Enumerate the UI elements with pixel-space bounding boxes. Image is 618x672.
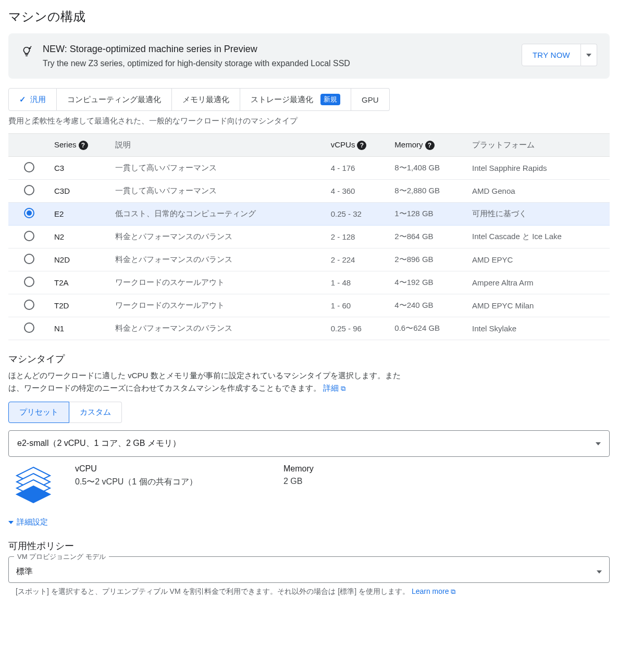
- cell-platform: 可用性に基づく: [468, 203, 610, 226]
- tab-general[interactable]: ✓ 汎用: [8, 88, 57, 111]
- radio-button[interactable]: [24, 208, 34, 218]
- machine-type-title: マシンタイプ: [8, 353, 610, 365]
- table-row[interactable]: C3D一貫して高いパフォーマンス4 - 3608〜2,880 GBAMD Gen…: [8, 180, 610, 203]
- new-badge: 新規: [320, 94, 340, 105]
- vcpu-label: vCPU: [75, 464, 263, 474]
- radio-button[interactable]: [24, 185, 34, 195]
- radio-button[interactable]: [24, 231, 34, 241]
- cell-series: T2D: [50, 294, 111, 317]
- svg-line-1: [30, 46, 31, 47]
- cell-series: C3D: [50, 180, 111, 203]
- field-value: 標準: [16, 566, 33, 577]
- preset-custom-toggle: プリセット カスタム: [8, 402, 610, 423]
- cell-vcpus: 2 - 128: [327, 226, 391, 248]
- external-link-icon: ⧉: [451, 588, 455, 595]
- advanced-settings-toggle[interactable]: 詳細設定: [8, 517, 610, 527]
- cell-vcpus: 2 - 224: [327, 248, 391, 271]
- cell-memory: 8〜2,880 GB: [390, 180, 468, 203]
- tab-compute[interactable]: コンピューティング最適化: [57, 88, 172, 111]
- banner-desc: Try the new Z3 series, optimized for hig…: [43, 59, 511, 68]
- tab-storage[interactable]: ストレージ最適化 新規: [240, 88, 351, 111]
- page-title: マシンの構成: [8, 8, 610, 25]
- cell-memory: 4〜240 GB: [390, 294, 468, 317]
- cell-series: E2: [50, 203, 111, 226]
- table-row[interactable]: N2D料金とパフォーマンスのバランス2 - 2242〜896 GBAMD EPY…: [8, 248, 610, 271]
- table-row[interactable]: T2Dワークロードのスケールアウト1 - 604〜240 GBAMD EPYC …: [8, 294, 610, 317]
- preset-button[interactable]: プリセット: [8, 402, 69, 423]
- cell-memory: 8〜1,408 GB: [390, 157, 468, 180]
- help-icon[interactable]: ?: [79, 141, 88, 150]
- chevron-down-icon: [8, 521, 14, 524]
- field-label: VM プロビジョニング モデル: [14, 552, 109, 562]
- radio-button[interactable]: [24, 322, 34, 333]
- vcpu-value: 0.5〜2 vCPU（1 個の共有コア）: [75, 477, 263, 488]
- lightbulb-icon: [21, 44, 32, 59]
- machine-specs: vCPU 0.5〜2 vCPU（1 個の共有コア） Memory 2 GB: [8, 464, 610, 512]
- cell-desc: 一貫して高いパフォーマンス: [111, 157, 327, 180]
- cell-desc: 料金とパフォーマンスのバランス: [111, 317, 327, 340]
- svg-point-0: [30, 48, 31, 49]
- table-row[interactable]: N1料金とパフォーマンスのバランス0.25 - 960.6〜624 GBInte…: [8, 317, 610, 340]
- cell-series: C3: [50, 157, 111, 180]
- provisioning-model-dropdown[interactable]: VM プロビジョニング モデル 標準: [8, 556, 610, 583]
- cell-platform: AMD EPYC Milan: [468, 294, 610, 317]
- help-icon[interactable]: ?: [425, 141, 435, 150]
- dropdown-value: e2-small（2 vCPU、1 コア、2 GB メモリ）: [17, 438, 181, 449]
- table-row[interactable]: T2Aワークロードのスケールアウト1 - 484〜192 GBAmpere Al…: [8, 271, 610, 294]
- machine-type-desc: ほとんどのワークロードに適した vCPU 数とメモリ量が事前に設定されているマシ…: [8, 369, 415, 394]
- help-icon[interactable]: ?: [357, 141, 366, 150]
- caret-down-icon: [597, 570, 602, 574]
- cell-vcpus: 0.25 - 96: [327, 317, 391, 340]
- provisioning-helper: [スポット] を選択すると、プリエンプティブル VM を割引料金で利用できます。…: [8, 583, 610, 596]
- table-row[interactable]: E2低コスト、日常的なコンピューティング0.25 - 321〜128 GB可用性…: [8, 203, 610, 226]
- tab-gpu[interactable]: GPU: [351, 88, 390, 111]
- col-vcpus: vCPUs?: [327, 134, 391, 157]
- tab-label: ストレージ最適化: [251, 95, 313, 105]
- cell-series: N1: [50, 317, 111, 340]
- cell-memory: 4〜192 GB: [390, 271, 468, 294]
- cell-platform: Ampere Altra Arm: [468, 271, 610, 294]
- cell-memory: 2〜896 GB: [390, 248, 468, 271]
- memory-label: Memory: [283, 464, 388, 474]
- cell-platform: Intel Sapphire Rapids: [468, 157, 610, 180]
- cell-platform: AMD Genoa: [468, 180, 610, 203]
- banner-title: NEW: Storage-optimized machine series in…: [43, 44, 511, 55]
- try-now-dropdown[interactable]: [581, 44, 597, 66]
- cell-vcpus: 4 - 176: [327, 157, 391, 180]
- caret-down-icon: [586, 54, 591, 57]
- col-series: Series?: [50, 134, 111, 157]
- cell-series: N2: [50, 226, 111, 248]
- cell-platform: AMD EPYC: [468, 248, 610, 271]
- table-row[interactable]: N2料金とパフォーマンスのバランス2 - 1282〜864 GBIntel Ca…: [8, 226, 610, 248]
- custom-button[interactable]: カスタム: [69, 402, 122, 423]
- machine-type-dropdown[interactable]: e2-small（2 vCPU、1 コア、2 GB メモリ）: [8, 430, 610, 457]
- cell-vcpus: 4 - 360: [327, 180, 391, 203]
- col-platform: プラットフォーム: [468, 134, 610, 157]
- radio-button[interactable]: [24, 254, 34, 264]
- radio-button[interactable]: [24, 300, 34, 310]
- radio-button[interactable]: [24, 277, 34, 287]
- cell-series: T2A: [50, 271, 111, 294]
- learn-more-link[interactable]: Learn more ⧉: [412, 587, 455, 595]
- cell-vcpus: 0.25 - 32: [327, 203, 391, 226]
- tab-label: コンピューティング最適化: [67, 95, 161, 105]
- tab-memory[interactable]: メモリ最適化: [172, 88, 240, 111]
- cell-desc: ワークロードのスケールアウト: [111, 294, 327, 317]
- cell-desc: 料金とパフォーマンスのバランス: [111, 248, 327, 271]
- cell-memory: 2〜864 GB: [390, 226, 468, 248]
- cell-platform: Intel Cascade と Ice Lake: [468, 226, 610, 248]
- cell-desc: 一貫して高いパフォーマンス: [111, 180, 327, 203]
- cell-platform: Intel Skylake: [468, 317, 610, 340]
- try-now-button[interactable]: TRY NOW: [522, 44, 581, 66]
- check-icon: ✓: [19, 95, 26, 104]
- table-row[interactable]: C3一貫して高いパフォーマンス4 - 1768〜1,408 GBIntel Sa…: [8, 157, 610, 180]
- cell-series: N2D: [50, 248, 111, 271]
- details-link[interactable]: 詳細 ⧉: [323, 383, 345, 392]
- cell-desc: 料金とパフォーマンスのバランス: [111, 226, 327, 248]
- external-link-icon: ⧉: [341, 384, 345, 392]
- tab-label: GPU: [362, 95, 379, 104]
- cell-desc: 低コスト、日常的なコンピューティング: [111, 203, 327, 226]
- series-table: Series? 説明 vCPUs? Memory? プラットフォーム C3一貫し…: [8, 133, 610, 340]
- col-desc: 説明: [111, 134, 327, 157]
- radio-button[interactable]: [24, 162, 34, 172]
